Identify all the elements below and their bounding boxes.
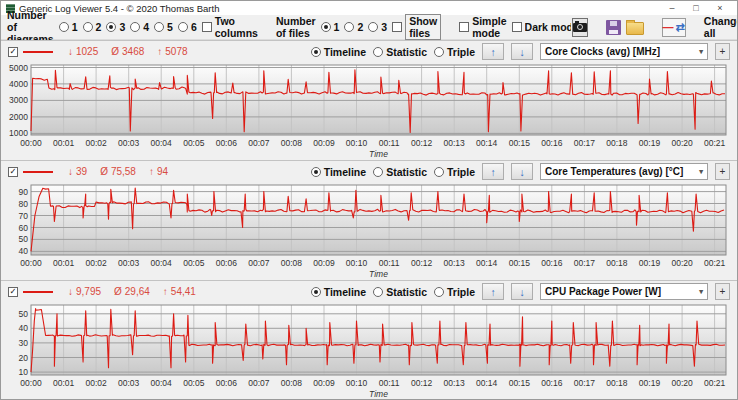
view-triple-radio[interactable]: Triple: [434, 166, 475, 178]
svg-text:40: 40: [19, 246, 29, 256]
open-file-button[interactable]: [626, 18, 644, 37]
diagrams-radio-6[interactable]: 6: [178, 21, 197, 33]
svg-text:00:14: 00:14: [476, 378, 498, 388]
add-channel-button[interactable]: +: [715, 163, 730, 180]
svg-text:00:19: 00:19: [639, 138, 661, 148]
minimize-button[interactable]: –: [660, 1, 684, 15]
series-stats: ↓9,795 Ø29,64 ↑54,41: [68, 286, 205, 297]
radio-icon: [434, 47, 444, 57]
chart-core-clocks: 00:0000:0100:0200:0300:0400:0500:0600:07…: [1, 62, 738, 160]
svg-text:00:11: 00:11: [379, 138, 400, 148]
radio-selected-icon: [311, 167, 321, 177]
channel-up-button[interactable]: ↑: [482, 163, 504, 180]
svg-text:00:18: 00:18: [606, 378, 628, 388]
files-radio-3[interactable]: 3: [368, 21, 387, 33]
radio-selected-icon: [311, 287, 321, 297]
svg-text:Time: Time: [369, 389, 388, 399]
add-channel-button[interactable]: +: [715, 43, 730, 60]
svg-text:00:04: 00:04: [151, 258, 173, 268]
screenshot-button[interactable]: [572, 18, 588, 37]
series-visible-checkbox[interactable]: ✓: [8, 167, 18, 177]
svg-text:00:00: 00:00: [20, 258, 42, 268]
svg-text:00:12: 00:12: [411, 258, 433, 268]
svg-text:00:16: 00:16: [541, 258, 563, 268]
view-statistic-radio[interactable]: Statistic: [373, 46, 427, 58]
svg-text:00:20: 00:20: [671, 138, 693, 148]
view-statistic-radio[interactable]: Statistic: [373, 166, 427, 178]
channel-up-button[interactable]: ↑: [482, 283, 504, 300]
diagrams-radio-3[interactable]: 3: [106, 21, 125, 33]
svg-text:00:09: 00:09: [313, 378, 335, 388]
svg-text:00:15: 00:15: [509, 258, 531, 268]
svg-text:00:00: 00:00: [20, 138, 42, 148]
simple-mode-checkbox[interactable]: Simple mode: [459, 15, 506, 39]
svg-text:Time: Time: [369, 149, 388, 159]
svg-text:30: 30: [19, 338, 29, 348]
stat-avg-value: 75,58: [111, 166, 136, 177]
files-label: Number of files: [276, 15, 316, 39]
stat-min-icon: ↓: [68, 166, 73, 177]
two-columns-checkbox[interactable]: Two columns: [202, 15, 258, 39]
diagrams-radio-2[interactable]: 2: [83, 21, 102, 33]
svg-text:00:04: 00:04: [151, 138, 173, 148]
line-color-button[interactable]: — ⇄: [662, 18, 686, 37]
view-triple-radio[interactable]: Triple: [434, 46, 475, 58]
channel-select-value: CPU Package Power [W]: [545, 286, 661, 297]
series-visible-checkbox[interactable]: ✓: [8, 47, 18, 57]
add-channel-button[interactable]: +: [715, 283, 730, 300]
series-stats: ↓1025 Ø3468 ↑5078: [68, 46, 197, 57]
channel-down-button[interactable]: ↓: [511, 283, 533, 300]
series-visible-checkbox[interactable]: ✓: [8, 287, 18, 297]
stat-max-icon: ↑: [149, 166, 154, 177]
channel-select[interactable]: Core Clocks (avg) [MHz]▾: [540, 43, 708, 60]
diagrams-radio-5[interactable]: 5: [154, 21, 173, 33]
svg-text:80: 80: [19, 199, 29, 209]
svg-text:00:05: 00:05: [183, 378, 205, 388]
svg-text:00:01: 00:01: [53, 258, 75, 268]
svg-text:00:06: 00:06: [216, 378, 238, 388]
svg-text:00:16: 00:16: [541, 378, 563, 388]
svg-text:00:05: 00:05: [183, 258, 205, 268]
toolbar: Number of diagrams 1 2 3 4 5 6 Two colum…: [1, 15, 737, 40]
refresh-icon: ⇄: [676, 22, 685, 33]
radio-icon: [368, 22, 378, 32]
arrow-down-icon: ↓: [519, 166, 524, 178]
view-timeline-radio[interactable]: Timeline: [311, 286, 366, 298]
channel-down-button[interactable]: ↓: [511, 43, 533, 60]
svg-text:00:15: 00:15: [509, 378, 531, 388]
series-line-sample: [23, 291, 53, 293]
maximize-button[interactable]: □: [684, 1, 708, 15]
checkbox-icon: [459, 22, 469, 32]
show-files-checkbox[interactable]: Show files: [392, 14, 441, 40]
series-line-sample: [23, 171, 53, 173]
diagrams-radio-1[interactable]: 1: [59, 21, 78, 33]
channel-select[interactable]: CPU Package Power [W]▾: [540, 283, 708, 300]
svg-text:Time: Time: [369, 269, 388, 279]
svg-text:50: 50: [19, 309, 29, 319]
svg-text:00:21: 00:21: [704, 138, 726, 148]
svg-text:00:00: 00:00: [20, 378, 42, 388]
panel-header: ✓ ↓1025 Ø3468 ↑5078 Timeline Statistic T…: [1, 41, 737, 62]
arrow-up-icon: ↑: [490, 46, 495, 58]
svg-text:00:19: 00:19: [639, 378, 661, 388]
radio-icon: [59, 22, 69, 32]
channel-select[interactable]: Core Temperatures (avg) [°C]▾: [540, 163, 708, 180]
view-statistic-radio[interactable]: Statistic: [373, 286, 427, 298]
files-radio-2[interactable]: 2: [344, 21, 363, 33]
view-timeline-radio[interactable]: Timeline: [311, 46, 366, 58]
svg-text:00:07: 00:07: [248, 378, 270, 388]
svg-text:00:11: 00:11: [379, 258, 400, 268]
radio-selected-icon: [311, 47, 321, 57]
channel-up-button[interactable]: ↑: [482, 43, 504, 60]
files-radio-1[interactable]: 1: [321, 21, 340, 33]
close-button[interactable]: ×: [708, 1, 732, 15]
view-timeline-radio[interactable]: Timeline: [311, 166, 366, 178]
diagrams-radio-4[interactable]: 4: [130, 21, 149, 33]
svg-text:00:11: 00:11: [379, 378, 400, 388]
channel-down-button[interactable]: ↓: [511, 163, 533, 180]
save-button[interactable]: [606, 18, 621, 37]
stat-avg-icon: Ø: [100, 166, 108, 177]
view-triple-radio[interactable]: Triple: [434, 286, 475, 298]
dark-mode-checkbox[interactable]: Dark mode: [512, 21, 571, 33]
svg-text:00:20: 00:20: [671, 258, 693, 268]
